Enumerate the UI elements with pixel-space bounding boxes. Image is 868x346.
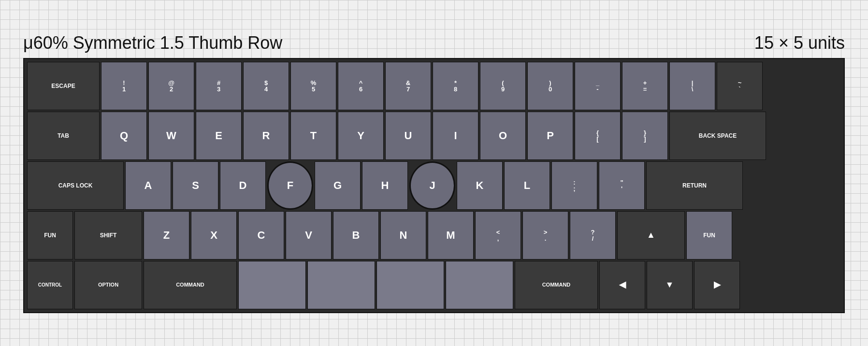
key-z[interactable]: Z xyxy=(144,211,189,260)
key-y[interactable]: Y xyxy=(338,112,384,160)
key-9[interactable]: (9 xyxy=(480,62,526,110)
key-left[interactable]: ◀ xyxy=(599,261,645,309)
key-fun-left[interactable]: FUN xyxy=(27,211,73,260)
key-q[interactable]: Q xyxy=(101,112,147,160)
key-space4[interactable] xyxy=(446,261,513,309)
key-f[interactable]: F xyxy=(267,161,313,210)
key-m[interactable]: M xyxy=(428,211,474,260)
key-u[interactable]: U xyxy=(385,112,431,160)
key-2[interactable]: @2 xyxy=(148,62,194,110)
key-c[interactable]: C xyxy=(238,211,284,260)
key-6[interactable]: ^6 xyxy=(338,62,384,110)
key-down[interactable]: ▼ xyxy=(647,261,693,309)
key-7[interactable]: &7 xyxy=(385,62,431,110)
key-n[interactable]: N xyxy=(380,211,426,260)
key-8[interactable]: *8 xyxy=(433,62,478,110)
key-space3[interactable] xyxy=(376,261,444,309)
key-x[interactable]: X xyxy=(191,211,237,260)
key-command-left[interactable]: COMMAND xyxy=(144,261,237,309)
key-3[interactable]: #3 xyxy=(196,62,242,110)
key-5[interactable]: %5 xyxy=(290,62,336,110)
thumb-row: CONTROL OPTION COMMAND COMMAND ◀ ▼ ▶ xyxy=(27,261,841,309)
key-minus[interactable]: _- xyxy=(575,62,621,110)
key-h[interactable]: H xyxy=(362,161,408,210)
key-tab[interactable]: TAB xyxy=(27,112,100,160)
key-return[interactable]: RETURN xyxy=(646,161,743,210)
key-a[interactable]: A xyxy=(125,161,171,210)
key-fun-right[interactable]: FUN xyxy=(686,211,732,260)
key-0[interactable]: )0 xyxy=(527,62,573,110)
key-r[interactable]: R xyxy=(243,112,289,160)
key-comma[interactable]: <, xyxy=(475,211,521,260)
key-equal[interactable]: += xyxy=(622,62,668,110)
key-j[interactable]: J xyxy=(409,161,455,210)
key-k[interactable]: K xyxy=(457,161,503,210)
number-row: ESCAPE !1 @2 #3 $4 %5 ^6 &7 *8 (9 )0 _- … xyxy=(27,62,841,110)
key-space1[interactable] xyxy=(238,261,306,309)
key-escape[interactable]: ESCAPE xyxy=(27,62,100,110)
key-p[interactable]: P xyxy=(527,112,573,160)
key-rbracket[interactable]: }] xyxy=(622,112,668,160)
zxcv-row: FUN SHIFT Z X C V B N M <, >. ?/ ▲ FUN xyxy=(27,211,841,260)
key-space2[interactable] xyxy=(307,261,375,309)
key-s[interactable]: S xyxy=(173,161,218,210)
key-b[interactable]: B xyxy=(333,211,379,260)
page-title: μ60% Symmetric 1.5 Thumb Row xyxy=(23,33,282,53)
key-right[interactable]: ▶ xyxy=(694,261,740,309)
key-command-right[interactable]: COMMAND xyxy=(515,261,598,309)
key-d[interactable]: D xyxy=(220,161,266,210)
key-option[interactable]: OPTION xyxy=(74,261,142,309)
key-t[interactable]: T xyxy=(290,112,336,160)
qwerty-row: TAB Q W E R T Y U I O P {[ }] BACK SPACE xyxy=(27,112,841,160)
key-grave[interactable]: ~` xyxy=(717,62,763,110)
key-lbracket[interactable]: {[ xyxy=(575,112,621,160)
asdf-row: CAPS LOCK A S D F G H J K L :; "' RETURN xyxy=(27,161,841,210)
key-l[interactable]: L xyxy=(504,161,550,210)
key-1[interactable]: !1 xyxy=(101,62,147,110)
key-semicolon[interactable]: :; xyxy=(551,161,597,210)
key-shift[interactable]: SHIFT xyxy=(74,211,142,260)
key-i[interactable]: I xyxy=(433,112,478,160)
key-v[interactable]: V xyxy=(286,211,332,260)
key-up[interactable]: ▲ xyxy=(617,211,685,260)
key-4[interactable]: $4 xyxy=(243,62,289,110)
key-capslock[interactable]: CAPS LOCK xyxy=(27,161,124,210)
key-slash[interactable]: ?/ xyxy=(570,211,616,260)
key-g[interactable]: G xyxy=(315,161,361,210)
key-control[interactable]: CONTROL xyxy=(27,261,73,309)
key-quote[interactable]: "' xyxy=(599,161,645,210)
page-units: 15 × 5 units xyxy=(754,33,845,53)
key-period[interactable]: >. xyxy=(522,211,568,260)
key-backspace[interactable]: BACK SPACE xyxy=(669,112,766,160)
key-w[interactable]: W xyxy=(148,112,194,160)
keyboard: ESCAPE !1 @2 #3 $4 %5 ^6 &7 *8 (9 )0 _- … xyxy=(23,58,845,313)
key-e[interactable]: E xyxy=(196,112,242,160)
key-backslash[interactable]: |\ xyxy=(669,62,715,110)
key-o[interactable]: O xyxy=(480,112,526,160)
